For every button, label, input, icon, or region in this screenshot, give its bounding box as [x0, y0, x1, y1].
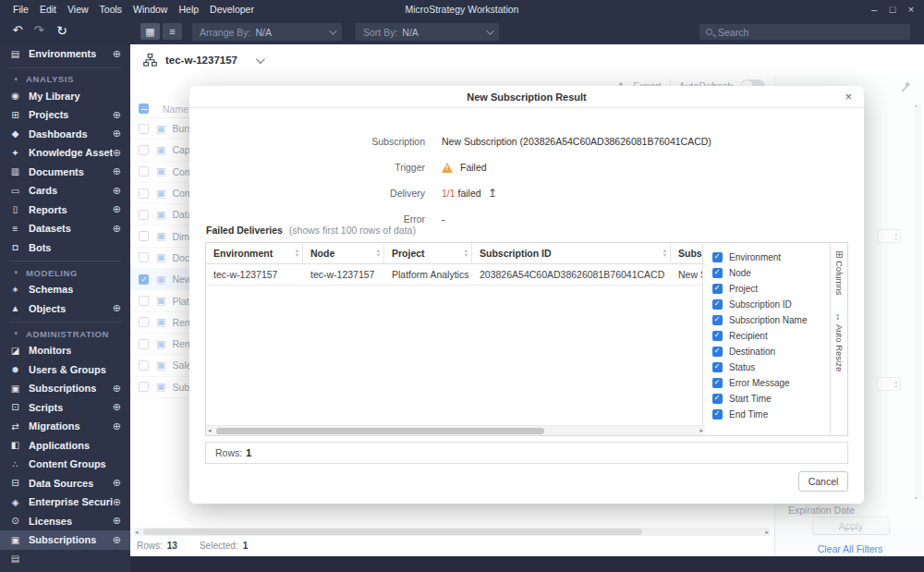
sidebar-item[interactable]: ⊙ Licenses ⊕	[0, 512, 130, 531]
search-input[interactable]: Search	[699, 24, 910, 40]
sidebar-item[interactable]: ⊟ Data Sources ⊕	[0, 474, 130, 493]
column-toggle-item[interactable]: Subscription Name	[712, 312, 830, 328]
add-icon[interactable]: ⊕	[113, 203, 121, 215]
add-icon[interactable]: ⊕	[113, 109, 121, 121]
sidebar-item[interactable]: ▲ Objects ⊕	[0, 299, 130, 319]
scrollbar-thumb[interactable]	[143, 529, 642, 535]
sidebar-item[interactable]: ✦ Knowledge Assets ⊕	[0, 143, 130, 163]
sidebar-item[interactable]: ▥ Documents ⊕	[0, 163, 130, 182]
horizontal-scrollbar[interactable]: ◂ ▸	[134, 528, 770, 536]
menu-item[interactable]: View	[62, 4, 94, 15]
add-icon[interactable]: ⊕	[113, 128, 121, 140]
column-toggle-item[interactable]: Status	[712, 359, 830, 375]
tab-columns[interactable]: ⊞ Columns	[834, 250, 845, 296]
add-icon[interactable]: ⊕	[113, 165, 121, 177]
sort-icon[interactable]	[292, 249, 298, 257]
sidebar-item[interactable]: ▣ Subscriptions ⊕	[0, 530, 130, 550]
column-header[interactable]: Environment	[206, 243, 303, 263]
checkbox-checked-icon[interactable]	[712, 394, 723, 404]
column-toggle-item[interactable]: End Time	[712, 407, 830, 422]
add-icon[interactable]: ⊕	[113, 477, 121, 489]
close-button[interactable]: ×	[904, 4, 918, 15]
sort-icon[interactable]	[373, 249, 380, 257]
column-toggle-item[interactable]: Error Message	[712, 375, 830, 391]
add-icon[interactable]: ⊕	[113, 302, 121, 314]
sidebar-item[interactable]: ◪ Monitors	[0, 341, 130, 360]
refresh-icon[interactable]: ↻	[54, 23, 70, 38]
scroll-left-icon[interactable]: ◂	[135, 528, 139, 536]
minimize-button[interactable]: –	[867, 4, 881, 15]
add-icon[interactable]: ⊕	[113, 223, 121, 235]
sidebar-item[interactable]: ☻ Users & Groups	[0, 360, 130, 380]
add-icon[interactable]: ⊕	[113, 383, 121, 395]
sidebar-item[interactable]: ◘ Bots	[0, 238, 130, 258]
checkbox-checked-icon[interactable]	[712, 362, 723, 372]
sidebar-item[interactable]: ▭ Cards ⊕	[0, 181, 130, 201]
add-icon[interactable]: ⊕	[113, 48, 121, 60]
menu-item[interactable]: File	[7, 4, 34, 15]
cancel-button[interactable]: Cancel	[798, 471, 848, 492]
menu-item[interactable]: Edit	[34, 4, 62, 15]
table-horizontal-scrollbar[interactable]: ◂ ▸	[206, 425, 705, 435]
column-toggle-item[interactable]: Recipient	[712, 328, 830, 344]
sidebar-item[interactable]: ▯ Reports ⊕	[0, 201, 130, 220]
checkbox-checked-icon[interactable]	[712, 299, 723, 310]
checkbox-checked-icon[interactable]	[712, 378, 723, 388]
scroll-left-icon[interactable]: ◂	[208, 426, 212, 435]
menu-item[interactable]: Tools	[94, 4, 128, 15]
sidebar-item[interactable]: ⊡ Scripts ⊕	[0, 398, 130, 418]
export-icon[interactable]: ↥	[488, 187, 497, 200]
sidebar-item[interactable]: ◉ My Library	[0, 87, 130, 106]
add-icon[interactable]: ⊕	[113, 185, 121, 197]
maximize-button[interactable]: □	[885, 4, 900, 15]
undo-icon[interactable]: ↶	[9, 23, 26, 37]
checkbox-checked-icon[interactable]	[712, 409, 723, 420]
column-header[interactable]: Project	[384, 243, 472, 263]
sidebar-item[interactable]: ▤ Environments ⊕	[0, 44, 130, 64]
checkbox-checked-icon[interactable]	[712, 252, 723, 262]
column-toggle-item[interactable]: Project	[712, 281, 830, 297]
environment-selector[interactable]: tec-w-1237157	[130, 44, 774, 76]
sort-icon[interactable]	[660, 249, 666, 257]
add-icon[interactable]: ⊕	[113, 496, 121, 508]
arrange-by-dropdown[interactable]: Arrange By: N/A	[192, 23, 342, 41]
checkbox-checked-icon[interactable]	[712, 315, 723, 325]
column-header[interactable]: Node	[303, 243, 384, 263]
checkbox-checked-icon[interactable]	[712, 268, 723, 278]
column-header[interactable]: Subscription ID	[472, 243, 671, 263]
tab-auto-resize[interactable]: ↔ Auto Resize	[834, 312, 845, 371]
scroll-right-icon[interactable]: ▸	[765, 528, 769, 536]
sidebar-item[interactable]: ▾ MODELING	[0, 265, 130, 280]
redo-icon[interactable]: ↷	[30, 23, 47, 37]
add-icon[interactable]: ⊕	[113, 515, 121, 527]
sort-by-dropdown[interactable]: Sort By: N/A	[356, 23, 499, 41]
sidebar-item[interactable]: ▤	[0, 550, 130, 569]
sidebar-item[interactable]: ▣ Subscriptions ⊕	[0, 379, 130, 398]
sidebar-item[interactable]: ◈ Enterprise Security ⊕	[0, 493, 130, 512]
sidebar-item[interactable]: ◆ Dashboards ⊕	[0, 125, 130, 144]
menu-item[interactable]: Window	[128, 4, 173, 15]
grid-view-button[interactable]: ▦	[140, 23, 160, 40]
menu-item[interactable]: Developer	[204, 4, 260, 15]
list-view-button[interactable]: ≡	[163, 23, 182, 40]
sidebar-item[interactable]: ▾ ADMINISTRATION	[0, 326, 130, 341]
sort-icon[interactable]	[461, 249, 468, 257]
close-icon[interactable]: ×	[845, 86, 852, 108]
sidebar-item[interactable]: ▾ ANALYSIS	[0, 72, 130, 87]
add-icon[interactable]: ⊕	[113, 401, 121, 413]
sidebar-item[interactable]: ∴ Content Groups	[0, 455, 130, 474]
add-icon[interactable]: ⊕	[113, 534, 121, 546]
sidebar-item[interactable]	[9, 67, 121, 68]
column-toggle-item[interactable]: Environment	[712, 249, 830, 265]
scrollbar-thumb[interactable]	[216, 428, 544, 434]
checkbox-checked-icon[interactable]	[712, 284, 723, 294]
scroll-right-icon[interactable]: ▸	[699, 426, 703, 435]
clear-all-filters-link[interactable]: Clear All Filters	[775, 543, 924, 554]
sidebar-item[interactable]	[9, 322, 121, 323]
add-icon[interactable]: ⊕	[113, 147, 121, 159]
add-icon[interactable]: ⊕	[113, 420, 121, 432]
column-toggle-item[interactable]: Destination	[712, 344, 830, 359]
column-toggle-item[interactable]: Start Time	[712, 391, 830, 407]
sidebar-item[interactable]: ◧ Applications	[0, 436, 130, 456]
column-toggle-item[interactable]: Subscription ID	[712, 297, 830, 312]
